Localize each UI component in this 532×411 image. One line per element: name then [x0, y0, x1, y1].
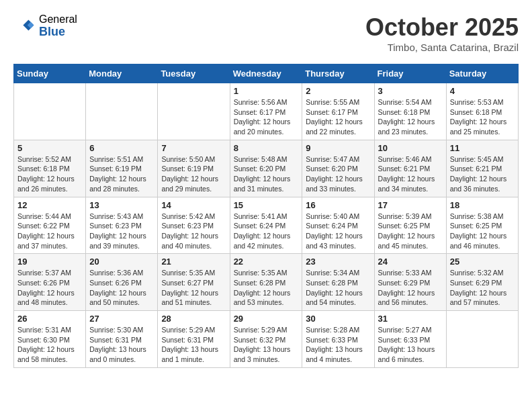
calendar-table: SundayMondayTuesdayWednesdayThursdayFrid…: [13, 64, 519, 368]
day-number: 29: [234, 314, 299, 324]
logo: General Blue: [13, 13, 77, 38]
header-sunday: Sunday: [14, 64, 86, 83]
day-number: 16: [306, 200, 370, 210]
header-saturday: Saturday: [446, 64, 518, 83]
day-info: Sunrise: 5:45 AM Sunset: 6:21 PM Dayligh…: [450, 154, 515, 194]
calendar-cell: 16Sunrise: 5:40 AM Sunset: 6:24 PM Dayli…: [302, 197, 374, 254]
day-number: 27: [89, 314, 154, 324]
day-number: 17: [378, 200, 443, 210]
calendar-cell: 9Sunrise: 5:47 AM Sunset: 6:20 PM Daylig…: [302, 140, 374, 197]
day-number: 13: [89, 200, 154, 210]
day-info: Sunrise: 5:28 AM Sunset: 6:33 PM Dayligh…: [306, 325, 370, 365]
day-number: 14: [161, 200, 226, 210]
calendar-cell: 18Sunrise: 5:38 AM Sunset: 6:25 PM Dayli…: [446, 197, 518, 254]
calendar-cell: 19Sunrise: 5:37 AM Sunset: 6:26 PM Dayli…: [14, 254, 86, 311]
title-section: October 2025 Timbo, Santa Catarina, Braz…: [365, 13, 519, 53]
calendar-cell: 22Sunrise: 5:35 AM Sunset: 6:28 PM Dayli…: [230, 254, 302, 311]
day-info: Sunrise: 5:55 AM Sunset: 6:17 PM Dayligh…: [306, 97, 370, 137]
calendar-cell: 5Sunrise: 5:52 AM Sunset: 6:18 PM Daylig…: [14, 140, 86, 197]
calendar-cell: 14Sunrise: 5:42 AM Sunset: 6:23 PM Dayli…: [158, 197, 230, 254]
day-info: Sunrise: 5:34 AM Sunset: 6:28 PM Dayligh…: [306, 268, 370, 308]
calendar-cell: 27Sunrise: 5:30 AM Sunset: 6:31 PM Dayli…: [86, 311, 158, 368]
day-info: Sunrise: 5:31 AM Sunset: 6:30 PM Dayligh…: [17, 325, 82, 365]
day-info: Sunrise: 5:50 AM Sunset: 6:19 PM Dayligh…: [161, 154, 226, 194]
day-info: Sunrise: 5:56 AM Sunset: 6:17 PM Dayligh…: [234, 97, 299, 137]
day-info: Sunrise: 5:51 AM Sunset: 6:19 PM Dayligh…: [89, 154, 154, 194]
calendar-cell: 23Sunrise: 5:34 AM Sunset: 6:28 PM Dayli…: [302, 254, 374, 311]
calendar-cell: 25Sunrise: 5:32 AM Sunset: 6:29 PM Dayli…: [446, 254, 518, 311]
day-number: 21: [161, 257, 226, 267]
day-number: 10: [378, 143, 443, 153]
day-number: 22: [234, 257, 299, 267]
day-number: 24: [378, 257, 443, 267]
day-info: Sunrise: 5:27 AM Sunset: 6:33 PM Dayligh…: [378, 325, 443, 365]
day-number: 31: [378, 314, 443, 324]
calendar-cell: 12Sunrise: 5:44 AM Sunset: 6:22 PM Dayli…: [14, 197, 86, 254]
day-info: Sunrise: 5:30 AM Sunset: 6:31 PM Dayligh…: [89, 325, 154, 365]
calendar-cell: 20Sunrise: 5:36 AM Sunset: 6:26 PM Dayli…: [86, 254, 158, 311]
day-info: Sunrise: 5:38 AM Sunset: 6:25 PM Dayligh…: [450, 212, 515, 251]
day-info: Sunrise: 5:54 AM Sunset: 6:18 PM Dayligh…: [378, 97, 443, 137]
day-info: Sunrise: 5:36 AM Sunset: 6:26 PM Dayligh…: [89, 268, 154, 308]
calendar-cell: 11Sunrise: 5:45 AM Sunset: 6:21 PM Dayli…: [446, 140, 518, 197]
page-header: General Blue October 2025 Timbo, Santa C…: [13, 13, 519, 53]
day-info: Sunrise: 5:32 AM Sunset: 6:29 PM Dayligh…: [450, 268, 515, 308]
day-info: Sunrise: 5:39 AM Sunset: 6:25 PM Dayligh…: [378, 212, 443, 251]
day-number: 26: [17, 314, 82, 324]
day-number: 4: [450, 86, 515, 96]
logo-text: General Blue: [39, 13, 77, 38]
calendar-cell: 1Sunrise: 5:56 AM Sunset: 6:17 PM Daylig…: [230, 83, 302, 140]
calendar-cell: 21Sunrise: 5:35 AM Sunset: 6:27 PM Dayli…: [158, 254, 230, 311]
calendar-cell: 3Sunrise: 5:54 AM Sunset: 6:18 PM Daylig…: [374, 83, 446, 140]
day-info: Sunrise: 5:33 AM Sunset: 6:29 PM Dayligh…: [378, 268, 443, 308]
calendar-week-row: 5Sunrise: 5:52 AM Sunset: 6:18 PM Daylig…: [14, 140, 519, 197]
day-number: 11: [450, 143, 515, 153]
calendar-cell: 28Sunrise: 5:29 AM Sunset: 6:31 PM Dayli…: [158, 311, 230, 368]
day-number: 20: [89, 257, 154, 267]
header-friday: Friday: [374, 64, 446, 83]
calendar-week-row: 26Sunrise: 5:31 AM Sunset: 6:30 PM Dayli…: [14, 311, 519, 368]
day-number: 3: [378, 86, 443, 96]
calendar-cell: 4Sunrise: 5:53 AM Sunset: 6:18 PM Daylig…: [446, 83, 518, 140]
logo-blue: Blue: [39, 26, 77, 39]
day-number: 23: [306, 257, 370, 267]
calendar-week-row: 12Sunrise: 5:44 AM Sunset: 6:22 PM Dayli…: [14, 197, 519, 254]
day-info: Sunrise: 5:46 AM Sunset: 6:21 PM Dayligh…: [378, 154, 443, 194]
day-info: Sunrise: 5:52 AM Sunset: 6:18 PM Dayligh…: [17, 154, 82, 194]
day-info: Sunrise: 5:53 AM Sunset: 6:18 PM Dayligh…: [450, 97, 515, 137]
calendar-cell: [446, 311, 518, 368]
calendar-cell: 17Sunrise: 5:39 AM Sunset: 6:25 PM Dayli…: [374, 197, 446, 254]
calendar-cell: 7Sunrise: 5:50 AM Sunset: 6:19 PM Daylig…: [158, 140, 230, 197]
day-info: Sunrise: 5:41 AM Sunset: 6:24 PM Dayligh…: [234, 212, 299, 251]
day-number: 6: [89, 143, 154, 153]
calendar-header-row: SundayMondayTuesdayWednesdayThursdayFrid…: [14, 64, 519, 83]
calendar-cell: [158, 83, 230, 140]
day-info: Sunrise: 5:43 AM Sunset: 6:23 PM Dayligh…: [89, 212, 154, 251]
day-number: 30: [306, 314, 370, 324]
day-number: 28: [161, 314, 226, 324]
calendar-cell: [86, 83, 158, 140]
day-info: Sunrise: 5:35 AM Sunset: 6:27 PM Dayligh…: [161, 268, 226, 308]
day-number: 7: [161, 143, 226, 153]
header-tuesday: Tuesday: [158, 64, 230, 83]
day-info: Sunrise: 5:29 AM Sunset: 6:32 PM Dayligh…: [234, 325, 299, 365]
day-info: Sunrise: 5:47 AM Sunset: 6:20 PM Dayligh…: [306, 154, 370, 194]
logo-icon: [13, 15, 35, 37]
calendar-cell: 13Sunrise: 5:43 AM Sunset: 6:23 PM Dayli…: [86, 197, 158, 254]
day-info: Sunrise: 5:35 AM Sunset: 6:28 PM Dayligh…: [234, 268, 299, 308]
day-number: 25: [450, 257, 515, 267]
day-number: 12: [17, 200, 82, 210]
day-info: Sunrise: 5:37 AM Sunset: 6:26 PM Dayligh…: [17, 268, 82, 308]
day-number: 15: [234, 200, 299, 210]
calendar-cell: 6Sunrise: 5:51 AM Sunset: 6:19 PM Daylig…: [86, 140, 158, 197]
day-number: 19: [17, 257, 82, 267]
day-number: 8: [234, 143, 299, 153]
logo-general: General: [39, 13, 77, 26]
calendar-cell: 8Sunrise: 5:48 AM Sunset: 6:20 PM Daylig…: [230, 140, 302, 197]
day-number: 2: [306, 86, 370, 96]
day-number: 18: [450, 200, 515, 210]
header-monday: Monday: [86, 64, 158, 83]
day-info: Sunrise: 5:44 AM Sunset: 6:22 PM Dayligh…: [17, 212, 82, 251]
calendar-cell: 29Sunrise: 5:29 AM Sunset: 6:32 PM Dayli…: [230, 311, 302, 368]
location-subtitle: Timbo, Santa Catarina, Brazil: [365, 42, 519, 53]
